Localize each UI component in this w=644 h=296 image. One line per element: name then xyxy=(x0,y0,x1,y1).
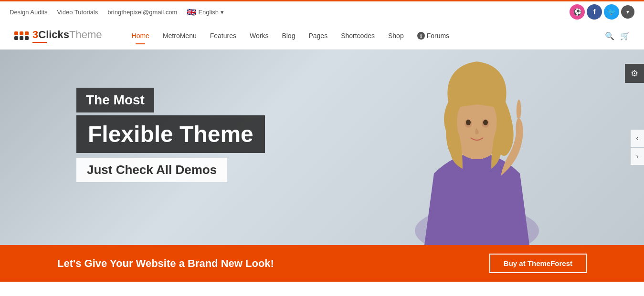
email-link[interactable]: bringthepixel@gmail.com xyxy=(107,9,177,16)
logo-dot xyxy=(14,36,18,40)
nav-features[interactable]: Features xyxy=(204,28,242,43)
logo[interactable]: 3 Clicks Theme xyxy=(14,29,102,43)
nav-home[interactable]: Home xyxy=(126,28,155,43)
nav-utility-icons: 🔍 🛒 xyxy=(605,31,630,41)
top-bar-links: Design Audits Video Tutorials bringthepi… xyxy=(10,8,224,17)
main-nav: Home MetroMenu Features Works Blog Pages… xyxy=(126,28,455,43)
info-icon: ℹ xyxy=(417,32,425,40)
logo-number: 3 xyxy=(32,29,38,41)
nav-works[interactable]: Works xyxy=(244,28,274,43)
settings-button[interactable]: ⚙ xyxy=(625,64,644,83)
logo-dot xyxy=(25,36,29,40)
hero-tag-flexible: Flexible Theme xyxy=(76,115,265,153)
language-selector[interactable]: 🇬🇧 English ▾ xyxy=(187,8,224,17)
facebook-icon[interactable]: f xyxy=(587,4,602,20)
logo-theme: Theme xyxy=(69,29,102,41)
logo-clicks: Clicks xyxy=(38,29,69,41)
logo-dot xyxy=(14,31,18,35)
language-label: English xyxy=(198,9,219,16)
svg-point-6 xyxy=(466,120,471,125)
cta-bar: Let's Give Your Website a Brand New Look… xyxy=(0,245,644,282)
logo-dot xyxy=(25,31,29,35)
nav-pages[interactable]: Pages xyxy=(303,28,333,43)
hero-section: The Most Flexible Theme Just Check All D… xyxy=(0,50,644,245)
design-audits-link[interactable]: Design Audits xyxy=(10,9,48,16)
slider-navigation: ‹ › xyxy=(631,130,644,165)
social-icons: ⚽ f 🐦 ▾ xyxy=(570,4,634,20)
slider-next-arrow[interactable]: › xyxy=(631,148,644,165)
nav-shortcodes[interactable]: Shortcodes xyxy=(335,28,380,43)
top-bar: Design Audits Video Tutorials bringthepi… xyxy=(0,0,644,22)
search-icon[interactable]: 🔍 xyxy=(605,31,614,41)
svg-point-7 xyxy=(483,120,488,125)
hero-tag-most: The Most xyxy=(76,88,154,112)
nav-blog[interactable]: Blog xyxy=(276,28,301,43)
dribbble-icon[interactable]: ⚽ xyxy=(570,4,585,20)
nav-metromenu[interactable]: MetroMenu xyxy=(157,28,202,43)
buy-button[interactable]: Buy at ThemeForest xyxy=(489,254,587,273)
hero-tag-demos[interactable]: Just Check All Demos xyxy=(76,158,227,182)
logo-dot xyxy=(20,31,23,35)
twitter-icon[interactable]: 🐦 xyxy=(604,4,619,20)
nav-forums[interactable]: ℹ Forums xyxy=(412,28,455,43)
cta-text: Let's Give Your Website a Brand New Look… xyxy=(57,257,274,270)
header: 3 Clicks Theme Home MetroMenu Features W… xyxy=(0,22,644,50)
logo-underline xyxy=(32,42,47,43)
nav-shop[interactable]: Shop xyxy=(382,28,410,43)
hero-person-image xyxy=(358,50,596,245)
social-dropdown-button[interactable]: ▾ xyxy=(621,5,634,19)
logo-dot xyxy=(20,36,23,40)
hero-content: The Most Flexible Theme Just Check All D… xyxy=(76,88,265,182)
video-tutorials-link[interactable]: Video Tutorials xyxy=(57,9,98,16)
chevron-down-icon: ▾ xyxy=(221,9,224,16)
slider-prev-arrow[interactable]: ‹ xyxy=(631,130,644,147)
flag-icon: 🇬🇧 xyxy=(187,8,196,17)
cart-icon[interactable]: 🛒 xyxy=(620,31,630,41)
